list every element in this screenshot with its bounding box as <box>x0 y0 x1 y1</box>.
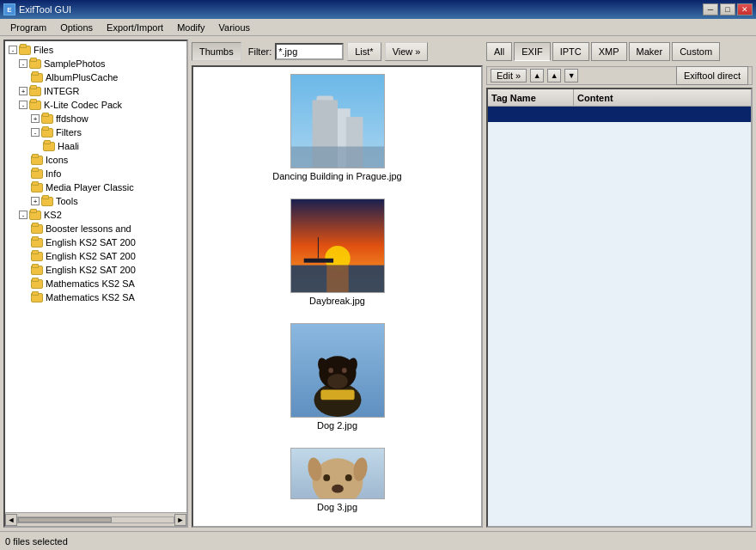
thumb-img-sunset <box>291 199 384 293</box>
col-tag-name: Tag Name <box>488 89 574 106</box>
file-tree-panel: - Files - SamplePhotos AlbumPlusCache <box>3 40 188 528</box>
app-icon: E <box>3 3 15 15</box>
expander-ffdshow[interactable]: + <box>31 114 40 123</box>
tree-label-math2: Mathematics KS2 SA <box>46 292 135 302</box>
tree-item-icons[interactable]: Icons <box>7 153 186 167</box>
expander-integr[interactable]: + <box>19 87 27 95</box>
arrow-up-2[interactable]: ▲ <box>547 69 561 82</box>
thumb-filename-4: Dog 3.jpg <box>317 502 357 512</box>
tree-label-mpc: Media Player Classic <box>46 182 134 192</box>
thumbnail-item-3[interactable]: Dog 2.jpg <box>193 323 481 431</box>
expander-klite[interactable]: - <box>19 101 27 109</box>
close-button[interactable]: ✕ <box>737 3 753 15</box>
folder-icon-ks2 <box>29 211 41 220</box>
expander-filters[interactable]: - <box>31 128 40 137</box>
tree-label-filters: Filters <box>56 127 82 138</box>
maximize-button[interactable]: □ <box>720 3 735 15</box>
menu-modify[interactable]: Modify <box>170 21 211 34</box>
tree-item-eng1[interactable]: English KS2 SAT 200 <box>7 235 186 249</box>
arrow-up-1[interactable]: ▲ <box>530 69 544 82</box>
tree-label-klite: K-Lite Codec Pack <box>44 100 122 110</box>
tree-item-math1[interactable]: Mathematics KS2 SA <box>7 277 186 290</box>
svg-point-16 <box>328 368 333 373</box>
selected-tag-row[interactable] <box>488 107 751 122</box>
folder-icon-ffdshow <box>41 114 53 124</box>
tree-label-ks2: KS2 <box>44 210 62 220</box>
expander-files[interactable]: - <box>9 46 17 54</box>
tree-label-files: Files <box>34 45 53 55</box>
expander-tools[interactable]: + <box>31 197 40 205</box>
tree-scroll-area: - Files - SamplePhotos AlbumPlusCache <box>7 43 186 304</box>
svg-point-17 <box>341 368 346 373</box>
tree-label-eng2: English KS2 SAT 200 <box>46 251 136 261</box>
col-content: Content <box>574 89 751 106</box>
svg-point-27 <box>332 485 344 493</box>
file-tree[interactable]: - Files - SamplePhotos AlbumPlusCache <box>5 41 186 512</box>
filter-input[interactable] <box>275 43 344 60</box>
tree-item-integr[interactable]: + INTEGR <box>7 84 186 98</box>
exiftool-direct-button[interactable]: Exiftool direct <box>676 66 748 85</box>
tree-label-math1: Mathematics KS2 SA <box>46 278 135 289</box>
minimize-button[interactable]: ─ <box>703 3 718 15</box>
tree-label-ffdshow: ffdshow <box>56 113 88 124</box>
tree-item-mpc[interactable]: Media Player Classic <box>7 180 186 194</box>
tab-all[interactable]: All <box>486 42 512 61</box>
tree-item-albumplusc[interactable]: AlbumPlusCache <box>7 70 186 84</box>
folder-icon-math1 <box>31 279 43 289</box>
thumb-frame-1 <box>290 74 385 168</box>
expander-samplephotos[interactable]: - <box>19 59 27 68</box>
tab-exif[interactable]: EXIF <box>514 42 550 61</box>
tab-maker[interactable]: Maker <box>629 42 671 61</box>
thumbnail-item-4[interactable]: Dog 3.jpg <box>193 448 481 512</box>
thumbnail-panel: Thumbs Filter: List* View » <box>192 40 483 528</box>
tree-item-klite[interactable]: - K-Lite Codec Pack <box>7 98 186 112</box>
tree-item-ks2[interactable]: - KS2 <box>7 208 186 222</box>
tree-item-files[interactable]: - Files <box>7 43 186 57</box>
view-button[interactable]: View » <box>385 42 429 61</box>
tab-custom[interactable]: Custom <box>672 42 720 61</box>
expander-ks2[interactable]: - <box>19 211 27 219</box>
tab-iptc[interactable]: IPTC <box>552 42 589 61</box>
thumbnail-area[interactable]: Dancing Building in Prague.jpg <box>192 65 483 528</box>
thumbnail-item-1[interactable]: Dancing Building in Prague.jpg <box>193 74 481 181</box>
menu-export-import[interactable]: Export/Import <box>100 21 170 34</box>
svg-point-25 <box>323 474 330 481</box>
tree-label-integr: INTEGR <box>44 86 80 96</box>
tree-item-booster[interactable]: Booster lessons and <box>7 222 186 235</box>
edit-button[interactable]: Edit » <box>491 69 527 82</box>
folder-icon-filters <box>41 128 53 138</box>
thumb-filename-2: Daybreak.jpg <box>309 296 365 306</box>
tree-item-tools[interactable]: + Tools <box>7 194 186 208</box>
menu-program[interactable]: Program <box>3 21 53 34</box>
thumbnail-item-2[interactable]: Daybreak.jpg <box>193 199 481 306</box>
list-button[interactable]: List* <box>347 42 381 61</box>
tree-item-filters[interactable]: - Filters <box>7 125 186 139</box>
tree-item-haali[interactable]: Haali <box>7 139 186 153</box>
tab-xmp[interactable]: XMP <box>591 42 627 61</box>
tree-label-samplephotos: SamplePhotos <box>44 58 106 69</box>
thumbnail-toolbar: Thumbs Filter: List* View » <box>192 40 483 64</box>
h-scroll-left[interactable]: ◄ <box>5 514 17 526</box>
folder-icon-albumplusc <box>31 73 43 82</box>
folder-icon-files <box>19 46 31 55</box>
folder-icon-samplephotos <box>29 59 41 69</box>
folder-icon-booster <box>31 224 43 234</box>
tree-item-info[interactable]: Info <box>7 167 186 180</box>
tree-label-eng1: English KS2 SAT 200 <box>46 237 136 248</box>
tag-tabs: All EXIF IPTC XMP Maker Custom <box>486 42 720 61</box>
tree-label-booster: Booster lessons and <box>46 223 131 234</box>
menu-options[interactable]: Options <box>53 21 100 34</box>
tree-item-math2[interactable]: Mathematics KS2 SA <box>7 290 186 304</box>
tree-item-ffdshow[interactable]: + ffdshow <box>7 112 186 125</box>
arrow-down-1[interactable]: ▼ <box>564 69 578 82</box>
menu-various[interactable]: Various <box>212 21 257 34</box>
svg-rect-9 <box>326 266 349 292</box>
tree-item-eng2[interactable]: English KS2 SAT 200 <box>7 249 186 263</box>
h-scrollbar-thumb[interactable] <box>18 517 112 522</box>
thumbs-button[interactable]: Thumbs <box>192 42 241 61</box>
tree-item-samplephotos[interactable]: - SamplePhotos <box>7 57 186 70</box>
tag-table-body[interactable] <box>488 107 751 526</box>
tree-item-eng3[interactable]: English KS2 SAT 200 <box>7 263 186 277</box>
status-bar: 0 files selected <box>0 531 756 550</box>
h-scroll-right[interactable]: ► <box>174 514 186 526</box>
